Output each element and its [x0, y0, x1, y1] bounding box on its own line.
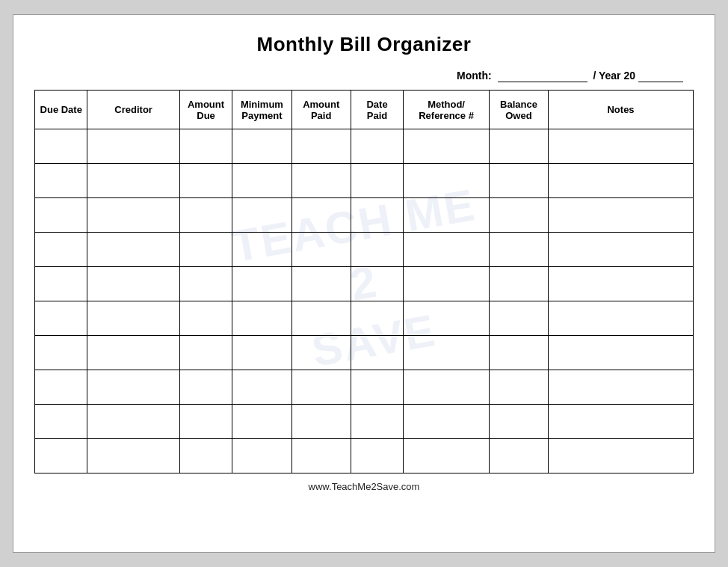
cell-row7-col3[interactable]	[179, 336, 232, 370]
col-header-amount-due: AmountDue	[179, 91, 232, 129]
cell-row5-col4[interactable]	[232, 267, 291, 301]
cell-row6-col5[interactable]	[291, 301, 351, 336]
cell-row2-col9[interactable]	[549, 164, 694, 198]
cell-row7-col1[interactable]	[35, 336, 87, 370]
cell-row8-col1[interactable]	[35, 370, 87, 405]
cell-row3-col6[interactable]	[351, 198, 403, 233]
cell-row4-col5[interactable]	[291, 233, 351, 267]
cell-row3-col4[interactable]	[232, 198, 291, 233]
cell-row5-col7[interactable]	[404, 267, 490, 301]
cell-row10-col2[interactable]	[87, 439, 179, 473]
cell-row3-col7[interactable]	[404, 198, 490, 233]
cell-row2-col7[interactable]	[404, 164, 490, 198]
cell-row4-col3[interactable]	[179, 233, 232, 267]
table-row	[35, 129, 694, 164]
cell-row8-col6[interactable]	[351, 370, 403, 405]
cell-row10-col4[interactable]	[232, 439, 291, 473]
col-header-due-date: Due Date	[35, 91, 87, 129]
table-row	[35, 233, 694, 267]
month-value	[498, 70, 587, 82]
cell-row8-col9[interactable]	[549, 370, 694, 405]
cell-row6-col4[interactable]	[232, 301, 291, 336]
cell-row5-col1[interactable]	[35, 267, 87, 301]
cell-row4-col4[interactable]	[232, 233, 291, 267]
cell-row9-col8[interactable]	[489, 405, 548, 439]
cell-row4-col8[interactable]	[489, 233, 548, 267]
cell-row5-col2[interactable]	[87, 267, 179, 301]
col-header-creditor: Creditor	[87, 91, 179, 129]
cell-row5-col9[interactable]	[549, 267, 694, 301]
cell-row2-col1[interactable]	[35, 164, 87, 198]
cell-row5-col8[interactable]	[489, 267, 548, 301]
cell-row7-col4[interactable]	[232, 336, 291, 370]
cell-row4-col7[interactable]	[404, 233, 490, 267]
col-header-notes: Notes	[549, 91, 694, 129]
cell-row10-col5[interactable]	[291, 439, 351, 473]
cell-row3-col2[interactable]	[87, 198, 179, 233]
cell-row5-col6[interactable]	[351, 267, 403, 301]
cell-row8-col4[interactable]	[232, 370, 291, 405]
cell-row3-col8[interactable]	[489, 198, 548, 233]
cell-row8-col5[interactable]	[291, 370, 351, 405]
cell-row7-col7[interactable]	[404, 336, 490, 370]
cell-row8-col2[interactable]	[87, 370, 179, 405]
cell-row1-col7[interactable]	[404, 129, 490, 164]
cell-row9-col6[interactable]	[351, 405, 403, 439]
cell-row6-col1[interactable]	[35, 301, 87, 336]
cell-row4-col6[interactable]	[351, 233, 403, 267]
cell-row1-col4[interactable]	[232, 129, 291, 164]
cell-row4-col9[interactable]	[549, 233, 694, 267]
cell-row9-col1[interactable]	[35, 405, 87, 439]
cell-row4-col2[interactable]	[87, 233, 179, 267]
cell-row2-col4[interactable]	[232, 164, 291, 198]
cell-row6-col7[interactable]	[404, 301, 490, 336]
cell-row7-col9[interactable]	[549, 336, 694, 370]
cell-row2-col2[interactable]	[87, 164, 179, 198]
cell-row2-col5[interactable]	[291, 164, 351, 198]
cell-row1-col5[interactable]	[291, 129, 351, 164]
cell-row10-col8[interactable]	[489, 439, 548, 473]
cell-row8-col3[interactable]	[179, 370, 232, 405]
cell-row2-col8[interactable]	[489, 164, 548, 198]
cell-row1-col2[interactable]	[87, 129, 179, 164]
cell-row8-col8[interactable]	[489, 370, 548, 405]
cell-row6-col3[interactable]	[179, 301, 232, 336]
cell-row2-col6[interactable]	[351, 164, 403, 198]
cell-row2-col3[interactable]	[179, 164, 232, 198]
cell-row1-col8[interactable]	[489, 129, 548, 164]
cell-row1-col3[interactable]	[179, 129, 232, 164]
cell-row9-col2[interactable]	[87, 405, 179, 439]
cell-row9-col3[interactable]	[179, 405, 232, 439]
cell-row9-col9[interactable]	[549, 405, 694, 439]
cell-row6-col6[interactable]	[351, 301, 403, 336]
cell-row7-col5[interactable]	[291, 336, 351, 370]
year-label: / Year 20	[593, 70, 635, 82]
cell-row1-col9[interactable]	[549, 129, 694, 164]
cell-row10-col7[interactable]	[404, 439, 490, 473]
cell-row6-col9[interactable]	[549, 301, 694, 336]
cell-row5-col3[interactable]	[179, 267, 232, 301]
cell-row3-col1[interactable]	[35, 198, 87, 233]
cell-row3-col5[interactable]	[291, 198, 351, 233]
cell-row7-col8[interactable]	[489, 336, 548, 370]
cell-row4-col1[interactable]	[35, 233, 87, 267]
cell-row10-col3[interactable]	[179, 439, 232, 473]
cell-row3-col3[interactable]	[179, 198, 232, 233]
cell-row10-col1[interactable]	[35, 439, 87, 473]
col-header-method-ref: Method/Reference #	[404, 91, 490, 129]
cell-row1-col1[interactable]	[35, 129, 87, 164]
cell-row6-col8[interactable]	[489, 301, 548, 336]
cell-row5-col5[interactable]	[291, 267, 351, 301]
cell-row7-col6[interactable]	[351, 336, 403, 370]
cell-row9-col4[interactable]	[232, 405, 291, 439]
cell-row9-col5[interactable]	[291, 405, 351, 439]
cell-row7-col2[interactable]	[87, 336, 179, 370]
table-row	[35, 198, 694, 233]
cell-row10-col9[interactable]	[549, 439, 694, 473]
cell-row10-col6[interactable]	[351, 439, 403, 473]
cell-row9-col7[interactable]	[404, 405, 490, 439]
cell-row3-col9[interactable]	[549, 198, 694, 233]
cell-row6-col2[interactable]	[87, 301, 179, 336]
cell-row8-col7[interactable]	[404, 370, 490, 405]
cell-row1-col6[interactable]	[351, 129, 403, 164]
